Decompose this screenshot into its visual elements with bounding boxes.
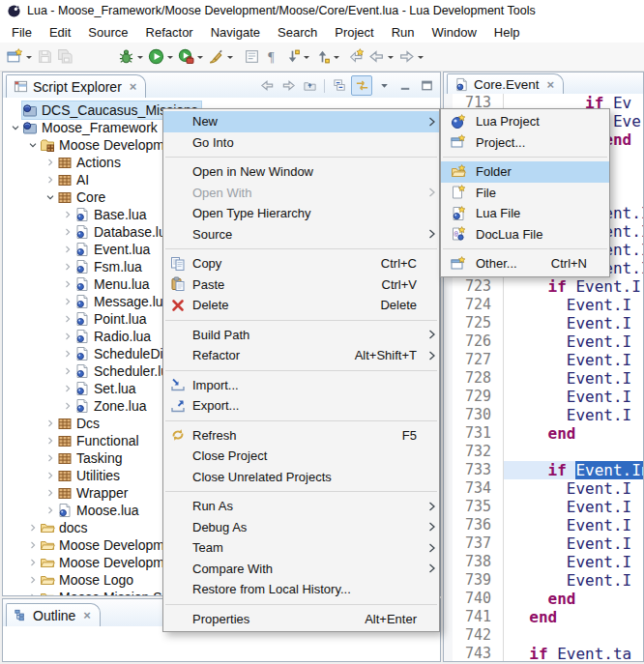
menubar-item-help[interactable]: Help — [485, 22, 529, 43]
new-submenu-item-lua-project[interactable]: Lua Project — [441, 111, 609, 132]
dropdown-arrow-icon[interactable] — [197, 56, 203, 62]
chevron-right-icon[interactable] — [61, 331, 74, 342]
dropdown-arrow-icon[interactable] — [334, 56, 339, 62]
menubar-item-source[interactable]: Source — [79, 22, 136, 43]
code-text[interactable]: end — [504, 608, 643, 626]
context-menu-item-refresh[interactable]: RefreshF5 — [163, 425, 439, 447]
view-menu-button[interactable] — [374, 76, 394, 95]
code-text[interactable]: Event.I — [504, 369, 643, 388]
context-menu-item-run-as[interactable]: Run As — [163, 496, 439, 517]
code-text[interactable]: Event.I — [504, 516, 643, 534]
code-text[interactable]: Event.I — [504, 388, 643, 406]
dropdown-arrow-icon[interactable] — [167, 56, 173, 62]
context-menu-item-refactor[interactable]: RefactorAlt+Shift+T — [163, 345, 439, 366]
context-menu-item-close-unrelated-projects[interactable]: Close Unrelated Projects — [163, 467, 439, 488]
chevron-right-icon[interactable] — [61, 296, 74, 307]
new-submenu-item-doclua-file[interactable]: @DocLua File — [441, 224, 609, 245]
code-text[interactable]: Event.I — [504, 351, 643, 369]
code-text[interactable]: Event.I — [504, 479, 643, 498]
close-icon[interactable]: × — [83, 610, 91, 621]
code-text[interactable]: Event.I — [504, 534, 643, 553]
chevron-right-icon[interactable] — [44, 505, 57, 516]
context-menu-item-go-into[interactable]: Go Into — [163, 132, 439, 154]
dropdown-arrow-icon[interactable] — [227, 56, 233, 62]
mark-occurrences-button[interactable] — [243, 45, 261, 69]
chevron-right-icon[interactable] — [26, 557, 40, 568]
chevron-right-icon[interactable] — [61, 244, 74, 255]
debug-button[interactable] — [117, 45, 145, 69]
code-text[interactable]: Event.I — [504, 314, 643, 332]
format-brush-button[interactable] — [207, 45, 235, 69]
show-whitespace-button[interactable]: ¶ — [263, 45, 281, 69]
chevron-right-icon[interactable] — [44, 157, 57, 168]
dropdown-arrow-icon[interactable] — [388, 56, 394, 62]
code-text[interactable]: Event.I — [504, 498, 643, 516]
new-submenu-item-file[interactable]: File — [441, 183, 609, 204]
dropdown-arrow-icon[interactable] — [137, 56, 143, 62]
dropdown-arrow-icon[interactable] — [304, 56, 309, 62]
code-text[interactable]: Event.I — [504, 553, 643, 571]
code-text[interactable]: if Event.ta — [504, 645, 643, 661]
code-text[interactable]: Event.I — [504, 406, 643, 424]
chevron-right-icon[interactable] — [61, 383, 74, 394]
chevron-right-icon[interactable] — [61, 313, 74, 325]
next-annotation-button[interactable] — [283, 45, 311, 69]
context-menu-item-open-in-new-window[interactable]: Open in New Window — [163, 161, 439, 183]
dropdown-arrow-icon[interactable] — [26, 56, 32, 62]
chevron-right-icon[interactable] — [61, 278, 74, 290]
menubar-item-navigate[interactable]: Navigate — [202, 22, 269, 43]
chevron-right-icon[interactable] — [44, 418, 57, 429]
last-edit-location-button[interactable] — [347, 45, 366, 69]
context-menu-item-close-project[interactable]: Close Project — [163, 446, 439, 467]
menubar-item-file[interactable]: File — [3, 22, 41, 43]
chevron-right-icon[interactable] — [61, 226, 74, 238]
chevron-right-icon[interactable] — [61, 348, 74, 360]
context-menu-item-export[interactable]: Export... — [163, 395, 439, 417]
chevron-right-icon[interactable] — [61, 365, 74, 377]
context-menu-item-import[interactable]: Import... — [163, 375, 439, 396]
code-text[interactable]: end — [504, 590, 643, 608]
menubar-item-refactor[interactable]: Refactor — [137, 22, 202, 43]
chevron-right-icon[interactable] — [44, 452, 57, 464]
back-button[interactable] — [257, 76, 277, 95]
chevron-right-icon[interactable] — [26, 574, 40, 586]
code-text[interactable]: Event.I — [504, 296, 643, 314]
code-text[interactable]: if Event.In — [504, 461, 643, 479]
chevron-down-icon[interactable] — [26, 139, 40, 151]
new-submenu-item-lua-file[interactable]: Lua File — [441, 203, 609, 224]
chevron-down-icon[interactable] — [44, 191, 57, 203]
minimize-button[interactable] — [395, 76, 415, 95]
code-text[interactable]: Event.I — [504, 332, 643, 351]
chevron-right-icon[interactable] — [44, 487, 57, 499]
menubar-item-run[interactable]: Run — [383, 22, 424, 43]
chevron-right-icon[interactable] — [61, 261, 74, 273]
chevron-right-icon[interactable] — [26, 522, 40, 534]
chevron-right-icon[interactable] — [61, 400, 74, 412]
forward-button[interactable] — [397, 45, 425, 69]
run-button[interactable] — [147, 45, 175, 69]
code-text[interactable]: end — [504, 424, 643, 443]
close-icon[interactable]: × — [547, 79, 555, 90]
chevron-right-icon[interactable] — [26, 539, 40, 551]
chevron-right-icon[interactable] — [44, 174, 57, 186]
context-menu-item-build-path[interactable]: Build Path — [163, 325, 439, 346]
code-text[interactable] — [504, 443, 643, 461]
up-button[interactable] — [300, 76, 319, 95]
tab-outline[interactable]: Outline × — [6, 603, 101, 626]
context-menu-item-copy[interactable]: CopyCtrl+C — [163, 253, 439, 274]
chevron-right-icon[interactable] — [44, 470, 57, 481]
external-tools-button[interactable] — [177, 45, 205, 69]
chevron-right-icon[interactable] — [26, 592, 40, 595]
link-editor-button[interactable] — [351, 75, 372, 96]
dropdown-arrow-icon[interactable] — [418, 56, 424, 62]
code-text[interactable] — [504, 626, 643, 645]
context-menu-item-open-type-hierarchy[interactable]: Open Type Hierarchy — [163, 203, 439, 224]
maximize-button[interactable] — [417, 76, 436, 95]
context-menu-item-debug-as[interactable]: Debug As — [163, 517, 439, 538]
menubar-item-project[interactable]: Project — [326, 22, 382, 43]
menubar-item-edit[interactable]: Edit — [41, 22, 79, 43]
context-menu-item-compare-with[interactable]: Compare With — [163, 559, 439, 580]
collapse-all-button[interactable] — [330, 76, 349, 95]
context-menu-item-source[interactable]: Source — [163, 224, 439, 245]
tab-core-event[interactable]: Core.Event × — [447, 73, 564, 94]
